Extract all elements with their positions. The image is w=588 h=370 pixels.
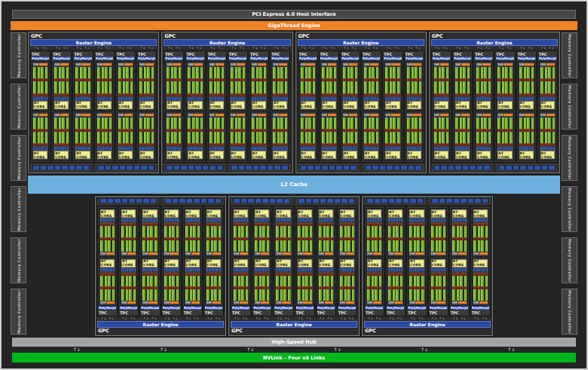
tex-unit-block [452, 268, 454, 271]
sm-label: SM [434, 113, 439, 117]
port-block [106, 166, 112, 170]
cuda-core-block [348, 289, 354, 301]
tex-unit-block [419, 97, 421, 100]
core-divider [196, 143, 203, 146]
sm-unit: SMRT CORE [341, 112, 359, 161]
tpc: ↑↓↑↓TPCPolyMorph EngineSMRT CORESMRT COR… [361, 46, 381, 163]
tex-unit-block [54, 147, 56, 150]
sm-core-column [322, 118, 329, 147]
cuda-core-block [548, 118, 555, 129]
cuda-core-block [283, 240, 290, 252]
core-divider [33, 93, 40, 96]
sm-core-area [476, 118, 491, 147]
tex-unit-block [433, 219, 435, 222]
sm-orange-strip [194, 63, 202, 66]
sm-orange-strip [306, 63, 314, 66]
tex-unit-block [444, 147, 446, 150]
sm-core-column [498, 67, 504, 96]
tex-unit-block [128, 97, 130, 100]
sm-orange-strip [373, 252, 381, 255]
sm-header: SM [142, 301, 157, 304]
port-block [381, 199, 387, 203]
tex-unit-block [247, 219, 248, 222]
port-block [47, 166, 54, 170]
core-divider [147, 143, 154, 146]
tpc-label: TPC [232, 310, 250, 315]
tex-unit-block [273, 97, 274, 100]
sm-core-area [409, 223, 424, 252]
tex-unit-block [550, 147, 552, 150]
sm-core-column [196, 118, 203, 147]
tex-unit-block [113, 219, 115, 222]
cuda-core-block [463, 81, 470, 93]
cuda-core-block [188, 118, 194, 129]
sm-tex-row [252, 147, 266, 150]
port-block [513, 166, 519, 170]
tpc: ↑↓↑↓TPCPolyMorph EngineSMRT CORESMRT COR… [164, 46, 184, 163]
tpc-box: TPCPolyMorph EngineSMRT CORESMRT CORE [316, 206, 336, 316]
memory-controller-box: Memory Controller [562, 289, 577, 335]
tex-unit-block [305, 147, 307, 150]
cuda-core-block [452, 240, 459, 252]
sm-label: SM [298, 301, 303, 304]
tex-unit-block [441, 268, 443, 271]
rt-core: RT CORE [298, 209, 312, 218]
rt-core: RT CORE [385, 101, 400, 109]
tex-unit-block [489, 97, 491, 100]
sm-label: SM [519, 113, 525, 117]
sm-core-area [367, 223, 381, 252]
sm-core-column [97, 67, 104, 96]
rt-core: RT CORE [210, 151, 224, 159]
port-block [375, 199, 381, 203]
sm-tex-row [476, 97, 491, 100]
tex-unit-block [385, 97, 387, 100]
tex-unit-block [329, 219, 330, 222]
cuda-core-block [463, 118, 470, 129]
sm-core-column [164, 273, 171, 301]
port-block [248, 199, 254, 203]
tex-unit-block [106, 268, 107, 271]
sm-tex-row [388, 268, 403, 271]
tex-unit-block [531, 147, 533, 150]
sm-header: SM [139, 113, 154, 117]
sm-orange-strip [103, 114, 111, 116]
tpc-label: TPC [430, 310, 447, 315]
sm-core-area [207, 273, 221, 301]
tex-unit-block [289, 219, 290, 222]
tex-unit-block [510, 147, 512, 150]
sm-label: SM [431, 301, 436, 304]
cuda-core-block [326, 240, 333, 252]
cuda-core-block [329, 67, 336, 78]
sm-header: SM [255, 252, 269, 255]
sm-header: SM [301, 113, 315, 117]
rt-core: RT CORE [100, 259, 115, 268]
tex-unit-block [121, 97, 122, 100]
tex-unit-block [302, 219, 304, 222]
polymorph-engine-bar: PolyMorph Engine [338, 306, 356, 310]
cuda-core-block [388, 226, 395, 237]
tex-unit-block [185, 219, 187, 222]
sm-core-column [280, 118, 287, 147]
tex-unit-block [177, 97, 179, 100]
tex-unit-block [322, 147, 323, 150]
sm-unit: SMRT CORE [518, 61, 535, 111]
sm-header: SM [255, 301, 269, 304]
sm-unit: SMRT CORE [363, 61, 380, 111]
port-block [534, 166, 541, 170]
rt-core: RT CORE [498, 151, 512, 159]
sm-core-column [172, 223, 179, 252]
sm-unit: SMRT CORE [496, 112, 513, 161]
sm-header: SM [273, 113, 287, 117]
tex-unit-block [335, 97, 336, 100]
cuda-core-block [329, 132, 336, 143]
sm-unit: SMRT CORE [384, 61, 401, 111]
tpc: ↑↓↑↓TPCPolyMorph EngineSMRT CORESMRT COR… [139, 206, 160, 321]
tpc-box: TPCPolyMorph EngineSMRT CORESMRT CORE [295, 206, 315, 316]
tex-unit-block [380, 219, 381, 222]
core-divider [372, 143, 378, 146]
sm-header: SM [367, 301, 381, 304]
tpc-label: TPC [205, 310, 222, 315]
cuda-core-block [473, 289, 480, 301]
core-divider [231, 143, 237, 146]
cuda-core-block [527, 67, 534, 78]
